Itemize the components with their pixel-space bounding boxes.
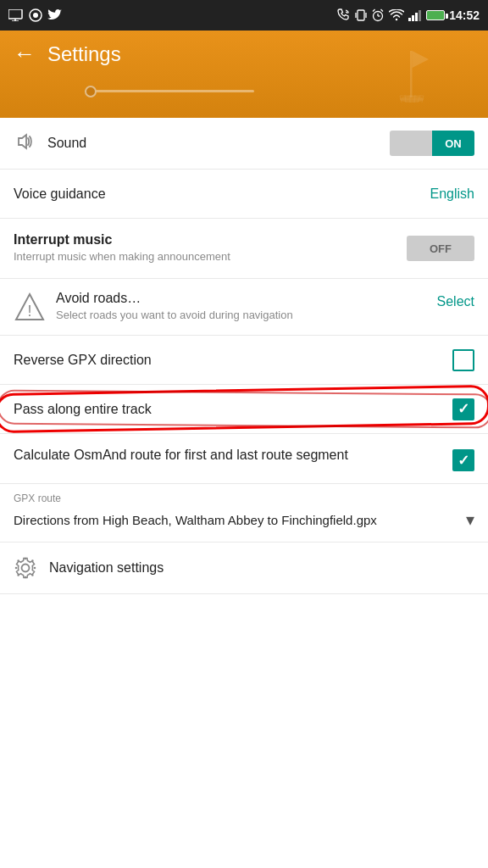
svg-rect-15 — [415, 13, 418, 21]
interrupt-music-row[interactable]: Interrupt music Interrupt music when mak… — [0, 219, 488, 279]
screen-icon — [8, 9, 24, 21]
page-title: Settings — [47, 42, 121, 66]
app-header: ← Settings — [0, 31, 488, 118]
sound-icon-wrap — [14, 130, 37, 157]
calculate-route-label: Calculate OsmAnd route for first and las… — [14, 446, 452, 465]
gpx-route-row[interactable]: Directions from High Beach, Waltham Abbe… — [14, 506, 474, 538]
chrome-icon — [29, 8, 42, 22]
gpx-section-label: GPX route — [14, 492, 474, 504]
interrupt-music-sublabel: Interrupt music when making announcement — [14, 249, 407, 264]
avoid-roads-icon: ! — [14, 291, 46, 323]
gpx-dropdown-arrow[interactable]: ▾ — [466, 509, 474, 530]
voice-guidance-value: English — [430, 186, 474, 202]
svg-point-4 — [33, 13, 38, 18]
twitter-icon — [47, 9, 63, 22]
svg-line-12 — [381, 9, 384, 12]
reverse-gpx-checkbox[interactable] — [452, 349, 474, 371]
interrupt-music-toggle[interactable]: OFF — [407, 236, 474, 261]
interrupt-music-text: Interrupt music Interrupt music when mak… — [14, 232, 407, 264]
pass-along-checkbox[interactable] — [452, 398, 474, 420]
sound-label-wrap: Sound — [47, 136, 390, 151]
header-decoration — [386, 47, 437, 109]
voice-guidance-label: Voice guidance — [14, 186, 430, 202]
call-icon — [337, 8, 351, 22]
svg-rect-13 — [408, 18, 411, 21]
navigation-settings-row[interactable]: Navigation settings — [0, 542, 488, 594]
pass-along-text: Pass along entire track — [14, 402, 452, 417]
status-icons-right: 14:52 — [337, 8, 480, 22]
calculate-route-row[interactable]: Calculate OsmAnd route for first and las… — [0, 434, 488, 484]
vibrate-icon — [355, 8, 367, 22]
sound-setting-row[interactable]: Sound ON — [0, 118, 488, 170]
avoid-roads-row[interactable]: ! Avoid roads… Select roads you want to … — [0, 279, 488, 336]
svg-marker-28 — [19, 135, 26, 148]
avoid-roads-label: Avoid roads… — [56, 291, 437, 306]
calculate-route-text: Calculate OsmAnd route for first and las… — [14, 446, 452, 465]
golf-flag-icon — [386, 47, 437, 106]
avoid-roads-sublabel: Select roads you want to avoid during na… — [56, 308, 437, 323]
gpx-route-value: Directions from High Beach, Waltham Abbe… — [14, 511, 459, 529]
alarm-icon — [371, 8, 385, 22]
svg-rect-14 — [412, 15, 414, 21]
svg-rect-17 — [410, 51, 413, 97]
svg-text:!: ! — [27, 303, 31, 320]
svg-rect-5 — [358, 10, 364, 20]
signal-icon — [408, 9, 422, 21]
reverse-gpx-row[interactable]: Reverse GPX direction — [0, 336, 488, 385]
sound-toggle-off-label — [390, 131, 432, 156]
wifi-icon — [389, 9, 404, 21]
status-bar: 14:52 — [0, 0, 488, 31]
voice-guidance-label-wrap: Voice guidance — [14, 186, 430, 202]
sound-icon — [14, 130, 37, 153]
svg-line-11 — [373, 9, 375, 12]
header-slider-dot — [85, 86, 97, 97]
avoid-roads-value[interactable]: Select — [437, 294, 474, 309]
navigation-settings-label: Navigation settings — [49, 560, 164, 576]
interrupt-music-label: Interrupt music — [14, 232, 407, 248]
svg-rect-16 — [419, 10, 421, 21]
back-button[interactable]: ← — [14, 41, 36, 67]
svg-marker-18 — [413, 51, 430, 68]
reverse-gpx-text: Reverse GPX direction — [14, 353, 452, 368]
settings-list: Sound ON Voice guidance English Interrup… — [0, 118, 488, 594]
time-display: 14:52 — [449, 8, 480, 22]
pass-along-row[interactable]: Pass along entire track — [0, 385, 488, 434]
svg-rect-0 — [8, 9, 22, 19]
sound-toggle[interactable]: ON — [390, 131, 474, 156]
gear-icon — [14, 556, 37, 580]
header-slider-decoration — [85, 90, 254, 92]
status-icons-left — [8, 8, 63, 22]
reverse-gpx-label: Reverse GPX direction — [14, 353, 452, 368]
svg-point-31 — [22, 565, 30, 572]
calculate-route-checkbox[interactable] — [452, 449, 474, 471]
pass-along-label: Pass along entire track — [14, 402, 452, 417]
sound-toggle-on-label: ON — [432, 131, 474, 156]
voice-guidance-row[interactable]: Voice guidance English — [0, 170, 488, 219]
battery-icon — [426, 10, 445, 20]
gpx-route-section[interactable]: GPX route Directions from High Beach, Wa… — [0, 484, 488, 542]
avoid-roads-text: Avoid roads… Select roads you want to av… — [56, 291, 437, 323]
sound-label: Sound — [47, 136, 390, 151]
